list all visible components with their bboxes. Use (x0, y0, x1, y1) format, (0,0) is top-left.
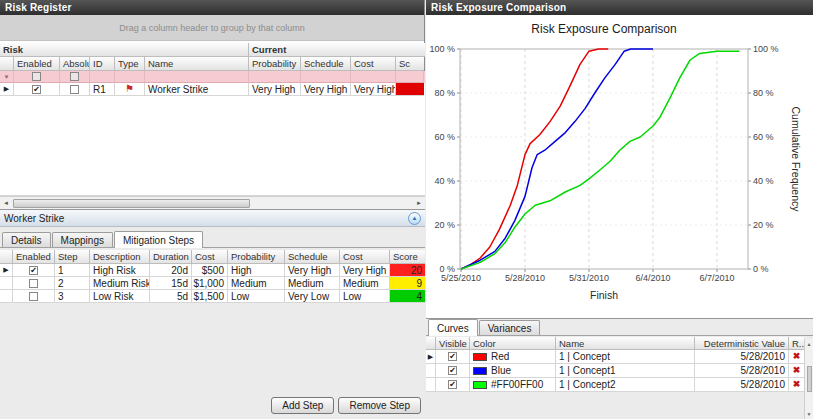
delete-curve-icon[interactable]: ✖ (793, 366, 801, 375)
col-step[interactable]: Step (55, 250, 90, 264)
col-visible[interactable]: Visible (436, 337, 470, 350)
step-number-cell: 1 (55, 264, 90, 277)
add-step-button[interactable]: Add Step (271, 397, 334, 414)
mitigation-row[interactable]: 2 Medium Risk 15d $1,000 Medium Medium M… (0, 277, 425, 290)
filter-icon[interactable]: ▼ (4, 74, 10, 80)
color-label: Blue (491, 365, 511, 376)
color-label: #FF00FF00 (491, 379, 543, 390)
scrollbar-thumb[interactable] (807, 366, 812, 392)
col-probability[interactable]: Probability (249, 57, 301, 71)
step-enabled-checkbox[interactable] (29, 279, 38, 288)
tab-variances[interactable]: Variances (479, 320, 541, 335)
y-tick-label-right: 20 % (753, 220, 774, 230)
app-window: Risk Register Drag a column header to gr… (0, 0, 813, 419)
step-buttons: Add Step Remove Step (271, 397, 421, 414)
flag-icon: ⚑ (125, 84, 134, 94)
col-step-enabled[interactable]: Enabled (13, 250, 55, 264)
scroll-down-arrow[interactable]: ▼ (807, 411, 812, 417)
step-probability-cell: Medium (228, 277, 285, 290)
col-schedule[interactable]: Schedule (301, 57, 351, 71)
y-tick-label: 20 % (434, 220, 455, 230)
col-description[interactable]: Description (90, 250, 150, 264)
curve-visible-checkbox[interactable]: ✔ (448, 380, 457, 389)
tab-mappings[interactable]: Mappings (52, 232, 113, 247)
col-remove[interactable]: R... (789, 337, 804, 350)
step-schedule-cell: Very High (285, 264, 340, 277)
curve-row[interactable]: ✔ Blue 1 | Concept1 5/28/2010 ✖ (426, 364, 804, 378)
scroll-right-arrow[interactable]: ► (413, 200, 425, 206)
step-cost-cell: $1,000 (192, 277, 228, 290)
risk-row[interactable]: ▶ ✔ R1 ⚑ Worker Strike Very High Very Hi… (0, 83, 425, 96)
risk-exposure-chart: 5/25/20105/28/20105/31/20106/4/20106/7/2… (426, 15, 813, 318)
curve-row[interactable]: ✔ #FF00FF00 1 | Concept2 5/28/2010 ✖ (426, 378, 804, 392)
x-axis-label: Finish (590, 289, 618, 301)
filter-checkbox-absolute[interactable] (70, 72, 79, 81)
mitigation-row[interactable]: ▶ ✔ 1 High Risk 20d $500 High Very High … (0, 264, 425, 277)
collapse-panel-icon[interactable]: ▲ (408, 212, 421, 225)
deterministic-value-cell: 5/28/2010 (695, 364, 789, 378)
x-tick-label: 5/31/2010 (569, 273, 609, 283)
tab-details[interactable]: Details (2, 232, 51, 247)
step-schedule-cell: Medium (285, 277, 340, 290)
step-duration-cell: 15d (150, 277, 192, 290)
step-enabled-checkbox[interactable]: ✔ (29, 266, 38, 275)
curve-row[interactable]: ▶ ✔ Red 1 | Concept 5/28/2010 ✖ (426, 350, 804, 364)
scroll-left-arrow[interactable]: ◄ (0, 200, 12, 206)
remove-step-button[interactable]: Remove Step (338, 397, 421, 414)
col-duration[interactable]: Duration (150, 250, 192, 264)
scrollbar-thumb[interactable] (13, 199, 250, 208)
col-enabled[interactable]: Enabled (14, 57, 60, 71)
band-header-risk[interactable]: Risk (0, 43, 249, 57)
col-step-probability[interactable]: Probability (228, 250, 285, 264)
curves-vertical-scrollbar[interactable]: ▲ ▼ (804, 339, 813, 419)
col-curve-name[interactable]: Name (556, 337, 695, 350)
col-color[interactable]: Color (470, 337, 556, 350)
mitigation-row[interactable]: 3 Low Risk 5d $1,500 Low Very Low Low 4 (0, 290, 425, 303)
detail-panel-title: Worker Strike (4, 213, 64, 224)
col-step-cost2[interactable]: Cost (340, 250, 390, 264)
col-step-schedule[interactable]: Schedule (285, 250, 340, 264)
tab-mitigation-steps[interactable]: Mitigation Steps (114, 231, 203, 248)
col-type[interactable]: Type (115, 57, 145, 71)
plot-border (460, 49, 748, 269)
scroll-up-arrow[interactable]: ▲ (807, 341, 812, 347)
tab-curves[interactable]: Curves (428, 319, 478, 336)
color-swatch[interactable] (473, 353, 487, 361)
curves-tab-strip: Curves Variances (426, 319, 813, 336)
band-header-row: Risk Current (0, 43, 425, 57)
curve-visible-checkbox[interactable]: ✔ (448, 366, 457, 375)
horizontal-scrollbar[interactable]: ◄ ► (0, 196, 425, 209)
y-tick-label-right: 60 % (753, 132, 774, 142)
step-score-cell: 4 (390, 290, 425, 303)
step-cost-cell: $1,500 (192, 290, 228, 303)
risk-absolute-checkbox[interactable] (70, 85, 79, 94)
delete-curve-icon[interactable]: ✖ (793, 380, 801, 389)
group-by-drop-area[interactable]: Drag a column header to group by that co… (0, 15, 424, 41)
step-probability-cell: Low (228, 290, 285, 303)
col-step-cost[interactable]: Cost (192, 250, 228, 264)
col-absolute[interactable]: Absolu... (60, 57, 90, 71)
mitigation-header-row: Enabled Step Description Duration Cost P… (0, 250, 425, 264)
y-tick-label: 100 % (429, 44, 455, 54)
detail-panel-header: Worker Strike ▲ (0, 210, 425, 227)
curve-visible-checkbox[interactable]: ✔ (448, 352, 457, 361)
step-enabled-checkbox[interactable] (29, 292, 38, 301)
col-id[interactable]: ID (90, 57, 115, 71)
col-step-score[interactable]: Score (390, 250, 425, 264)
col-deterministic-value[interactable]: Deterministic Value (695, 337, 789, 350)
col-score[interactable]: Sc (396, 57, 424, 71)
filter-row[interactable]: ▼ (0, 71, 425, 83)
col-cost[interactable]: Cost (351, 57, 396, 71)
risk-enabled-checkbox[interactable]: ✔ (32, 85, 41, 94)
band-header-current[interactable]: Current (249, 43, 425, 57)
curves-panel: Curves Variances Visible Color Name Dete… (426, 318, 813, 419)
y-tick-label: 0 % (439, 264, 455, 274)
col-name[interactable]: Name (145, 57, 249, 71)
color-swatch[interactable] (473, 367, 487, 375)
filter-checkbox-enabled[interactable] (32, 72, 41, 81)
step-description-cell: High Risk (90, 264, 150, 277)
step-cost2-cell: Very High (340, 264, 390, 277)
color-swatch[interactable] (473, 381, 487, 389)
step-duration-cell: 5d (150, 290, 192, 303)
delete-curve-icon[interactable]: ✖ (793, 352, 801, 361)
